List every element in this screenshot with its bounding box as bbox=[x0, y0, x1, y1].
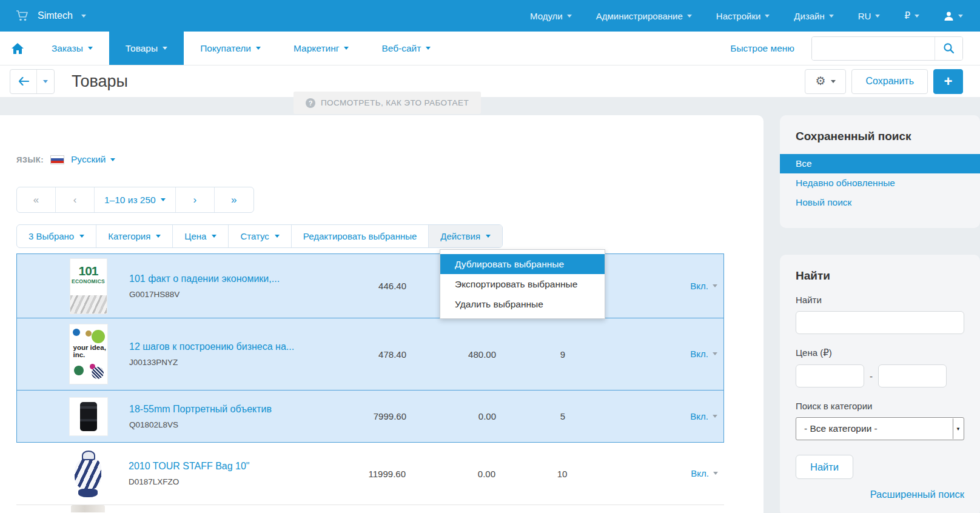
next-page-icon bbox=[193, 194, 196, 206]
nav-products[interactable]: Товары bbox=[109, 32, 184, 65]
status-filter-dropdown[interactable]: Статус bbox=[229, 225, 291, 247]
table-row[interactable]: your idea, inc. 12 шагов к построению би… bbox=[16, 318, 724, 391]
find-label: Найти bbox=[796, 295, 964, 305]
product-code: G0017HS88V bbox=[129, 290, 354, 299]
book-cover-economics-image: 101 ECONOMICS bbox=[70, 258, 107, 314]
product-link[interactable]: 12 шагов к построению бизнеса на... bbox=[129, 341, 294, 352]
product-link[interactable]: 101 факт о падении экономики,... bbox=[129, 273, 280, 284]
find-submit-button[interactable]: Найти bbox=[796, 455, 853, 479]
actions-dropdown-button[interactable]: Действия bbox=[429, 225, 502, 247]
chevron-down-icon bbox=[256, 47, 261, 50]
global-search bbox=[811, 36, 963, 61]
status-dropdown[interactable]: Вкл. bbox=[690, 281, 717, 291]
category-filter-dropdown[interactable]: Категория bbox=[96, 225, 173, 247]
chevron-down-icon bbox=[81, 15, 86, 18]
price-to-input[interactable] bbox=[878, 364, 947, 387]
language-switcher[interactable]: RU bbox=[858, 11, 881, 21]
table-row[interactable]: 101 ECONOMICS 101 факт о падении экономи… bbox=[16, 253, 724, 318]
nav-website[interactable]: Веб-сайт bbox=[365, 32, 447, 65]
product-link[interactable]: 18-55mm Портретный объектив bbox=[129, 404, 272, 415]
pagination: 1–10 из 250 bbox=[16, 187, 254, 213]
table-row[interactable]: 18-55mm Портретный объектив Q01802L8VS 7… bbox=[16, 390, 724, 443]
prev-page-button[interactable] bbox=[56, 187, 95, 212]
back-history-dropdown[interactable] bbox=[37, 70, 54, 93]
language-label: ЯЗЫК: bbox=[16, 155, 44, 164]
chevron-down-icon bbox=[88, 47, 93, 50]
status-dropdown[interactable]: Вкл. bbox=[691, 468, 718, 478]
menu-modules[interactable]: Модули bbox=[530, 11, 572, 21]
gear-icon bbox=[815, 75, 825, 87]
chevron-down-icon bbox=[161, 198, 166, 201]
product-quantity: 10 bbox=[514, 469, 611, 479]
chevron-down-icon bbox=[765, 15, 770, 18]
edit-selected-button[interactable]: Редактировать выбранные bbox=[292, 225, 429, 247]
back-button[interactable] bbox=[10, 70, 37, 93]
menu-item-export-selected[interactable]: Экспортировать выбранные bbox=[440, 274, 605, 294]
home-icon bbox=[12, 43, 24, 54]
menu-item-delete-selected[interactable]: Удалить выбранные bbox=[440, 294, 605, 314]
menu-administration[interactable]: Администрирование bbox=[596, 11, 692, 21]
first-page-button[interactable] bbox=[17, 187, 56, 212]
product-status-cell: Вкл. bbox=[657, 468, 724, 479]
home-button[interactable] bbox=[0, 32, 35, 65]
quick-menu-link[interactable]: Быстрое меню bbox=[730, 43, 794, 54]
products-list: 101 ECONOMICS 101 факт о падении экономи… bbox=[16, 253, 724, 513]
status-dropdown[interactable]: Вкл. bbox=[690, 349, 717, 359]
selected-count-dropdown[interactable]: 3 Выбрано bbox=[17, 225, 96, 247]
table-row[interactable]: 2010 TOUR STAFF Bag 10" D0187LXFZO 11999… bbox=[16, 443, 724, 505]
nav-right: Быстрое меню bbox=[730, 32, 980, 65]
store-switcher[interactable]: Simtech bbox=[16, 10, 86, 22]
save-button[interactable]: Сохранить bbox=[851, 69, 928, 94]
title-actions: Сохранить bbox=[805, 69, 963, 94]
advanced-search-link[interactable]: Расширенный поиск bbox=[796, 489, 964, 500]
chevron-down-icon bbox=[275, 235, 280, 238]
menu-item-duplicate-selected[interactable]: Дублировать выбранные bbox=[440, 254, 605, 274]
saved-search-item-recent[interactable]: Недавно обновленные bbox=[796, 173, 964, 193]
price-filter-dropdown[interactable]: Цена bbox=[173, 225, 229, 247]
page-title: Товары bbox=[72, 72, 128, 91]
product-name-cell: 101 факт о падении экономики,... G0017HS… bbox=[129, 273, 354, 299]
user-menu[interactable] bbox=[944, 11, 963, 21]
global-search-input[interactable] bbox=[812, 37, 935, 60]
chevron-down-icon bbox=[875, 15, 880, 18]
saved-search-item-all[interactable]: Все bbox=[780, 154, 980, 173]
settings-dropdown-button[interactable] bbox=[805, 69, 846, 94]
menu-settings[interactable]: Настройки bbox=[716, 11, 770, 21]
chevron-down-icon bbox=[687, 15, 692, 18]
menu-design[interactable]: Дизайн bbox=[794, 11, 833, 21]
product-quantity: 9 bbox=[514, 349, 611, 360]
product-link[interactable]: 2010 TOUR STAFF Bag 10" bbox=[129, 461, 250, 472]
first-page-icon bbox=[33, 194, 39, 206]
price-range-dash: - bbox=[870, 371, 873, 381]
product-thumbnail bbox=[17, 397, 129, 436]
last-page-icon bbox=[231, 194, 237, 206]
add-product-button[interactable] bbox=[933, 69, 963, 94]
product-thumbnail: your idea, inc. bbox=[17, 324, 129, 384]
nav-marketing[interactable]: Маркетинг bbox=[277, 32, 365, 65]
search-button[interactable] bbox=[935, 37, 962, 60]
onboarding-tooltip[interactable]: ПОСМОТРЕТЬ, КАК ЭТО РАБОТАЕТ bbox=[294, 92, 481, 114]
nav-orders[interactable]: Заказы bbox=[35, 32, 109, 65]
search-icon bbox=[943, 42, 955, 54]
plus-icon bbox=[944, 74, 952, 89]
find-input[interactable] bbox=[796, 311, 964, 334]
product-status-cell: Вкл. bbox=[657, 411, 723, 422]
camera-lens-image bbox=[69, 397, 108, 436]
nav-customers[interactable]: Покупатели bbox=[184, 32, 277, 65]
product-quantity: 5 bbox=[514, 411, 611, 421]
arrow-left-icon bbox=[18, 77, 29, 86]
product-code: Q01802L8VS bbox=[129, 420, 354, 429]
chevron-down-icon bbox=[829, 15, 834, 18]
chevron-down-icon bbox=[79, 235, 84, 238]
price-from-input[interactable] bbox=[796, 364, 864, 387]
category-select[interactable]: - Все категории - bbox=[796, 417, 964, 440]
content-language-dropdown[interactable]: Русский bbox=[71, 154, 115, 165]
status-dropdown[interactable]: Вкл. bbox=[690, 411, 717, 421]
last-page-button[interactable] bbox=[215, 187, 253, 212]
price-label: Цена (₽) bbox=[796, 347, 964, 358]
next-page-button[interactable] bbox=[176, 187, 215, 212]
currency-switcher[interactable]: ₽ bbox=[904, 10, 919, 21]
saved-search-item-new[interactable]: Новый поиск bbox=[796, 193, 964, 212]
chevron-down-icon bbox=[831, 80, 836, 83]
page-range-dropdown[interactable]: 1–10 из 250 bbox=[95, 187, 176, 212]
